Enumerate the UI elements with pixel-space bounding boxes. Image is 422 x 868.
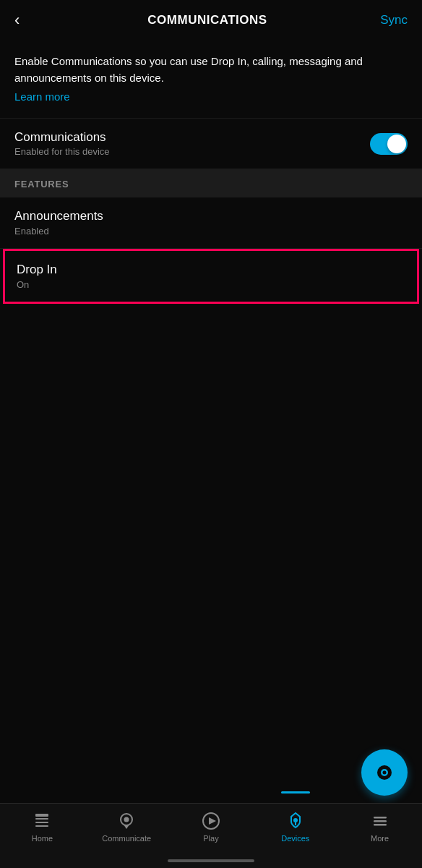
description-section: Enable Communications so you can use Dro… [0, 41, 422, 118]
svg-marker-11 [209, 817, 216, 825]
nav-label-communicate: Communicate [102, 834, 151, 843]
nav-label-more: More [371, 834, 389, 843]
nav-active-indicator [281, 791, 310, 793]
description-text: Enable Communications so you can use Dro… [14, 54, 408, 86]
communicate-icon [116, 811, 137, 831]
drop-in-subtitle: On [17, 279, 405, 290]
svg-rect-7 [35, 825, 48, 827]
toggle-knob [387, 135, 406, 153]
communications-toggle-switch[interactable] [370, 133, 408, 155]
devices-icon [285, 811, 306, 831]
alexa-fab-icon [371, 760, 397, 786]
toggle-label-group: Communications Enabled for this device [14, 130, 110, 157]
more-icon [370, 811, 390, 831]
nav-item-more[interactable]: More [337, 811, 422, 843]
page-title: COMMUNICATIONS [43, 13, 371, 27]
svg-rect-15 [374, 824, 387, 826]
drop-in-feature-item[interactable]: Drop In On [3, 249, 419, 304]
features-label: FEATURES [14, 179, 69, 190]
home-pill [168, 859, 254, 862]
sync-button[interactable]: Sync [371, 13, 408, 27]
svg-rect-13 [374, 817, 387, 819]
announcements-title: Announcements [14, 209, 408, 224]
svg-point-3 [383, 771, 387, 775]
nav-item-home[interactable]: Home [0, 811, 85, 843]
nav-item-communicate[interactable]: Communicate [85, 811, 169, 843]
svg-rect-4 [35, 814, 48, 817]
nav-item-play[interactable]: Play [169, 811, 254, 843]
nav-label-play: Play [203, 834, 218, 843]
svg-rect-14 [374, 820, 387, 822]
svg-point-9 [124, 817, 129, 822]
play-icon [201, 811, 221, 831]
toggle-label: Communications [14, 130, 110, 145]
toggle-sublabel: Enabled for this device [14, 146, 110, 157]
svg-point-12 [293, 818, 298, 822]
header: ‹ COMMUNICATIONS Sync [0, 0, 422, 41]
back-button[interactable]: ‹ [14, 11, 43, 30]
drop-in-title: Drop In [17, 263, 405, 277]
announcements-subtitle: Enabled [14, 226, 408, 237]
svg-rect-6 [35, 822, 48, 823]
alexa-fab-button[interactable] [361, 749, 408, 796]
learn-more-link[interactable]: Learn more [14, 90, 70, 103]
features-section-header: FEATURES [0, 169, 422, 197]
svg-rect-5 [35, 818, 48, 820]
nav-label-home: Home [32, 834, 53, 843]
communications-toggle-row[interactable]: Communications Enabled for this device [0, 118, 422, 169]
bottom-navigation: Home Communicate Play [0, 803, 422, 868]
nav-item-devices[interactable]: Devices [253, 811, 337, 843]
announcements-feature-item[interactable]: Announcements Enabled [0, 197, 422, 249]
nav-label-devices: Devices [281, 834, 309, 843]
home-icon [32, 811, 52, 831]
